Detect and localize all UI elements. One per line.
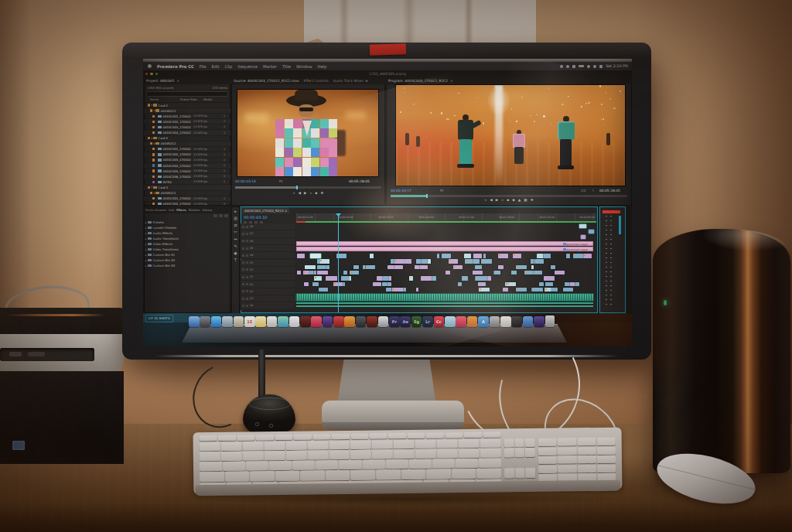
tab-timeline-sequence[interactable]: A003C003_170322_R2C2 ×	[242, 207, 289, 213]
track-visibility-icon[interactable]	[246, 226, 248, 228]
track-lock-icon[interactable]	[242, 290, 244, 292]
program-resolution-select[interactable]: 1/2	[581, 189, 585, 193]
browser-row[interactable]: ▸Video Effects	[144, 241, 230, 247]
project-row[interactable]: A004C006_17032223.976 fps3	[144, 174, 230, 179]
fx-badge[interactable]	[334, 283, 336, 285]
video-clip[interactable]	[551, 288, 558, 292]
video-clip[interactable]	[589, 230, 594, 234]
label-color-chip[interactable]	[152, 121, 155, 123]
menu-item-title[interactable]: Title	[282, 64, 291, 69]
menu-item-file[interactable]: File	[200, 64, 207, 69]
project-row[interactable]: ▾A005R2C2	[144, 191, 230, 196]
video-clip[interactable]	[570, 282, 575, 287]
mark-out-button[interactable]: ▪	[315, 192, 317, 196]
apple-menu-icon[interactable]	[148, 64, 152, 68]
hand-tool[interactable]: ◉	[234, 251, 237, 255]
project-row[interactable]: A003C001_17032223.976 fps1	[144, 114, 230, 119]
track-visibility-icon[interactable]	[246, 247, 248, 250]
project-row[interactable]: A005C001_17032223.976 fps1	[144, 196, 230, 202]
label-color-chip[interactable]	[152, 169, 155, 172]
track-header-v4[interactable]: V4	[241, 252, 295, 259]
track-header-v8[interactable]: V8	[241, 223, 295, 230]
tab-overflow-icon[interactable]: ▸	[367, 79, 368, 83]
fx-badge[interactable]	[584, 254, 585, 256]
fx-badge[interactable]	[304, 271, 306, 273]
column-frame-rate[interactable]: Frame Rate	[180, 97, 197, 101]
tab-history[interactable]: History	[202, 209, 212, 212]
premiere-pro-icon[interactable]: Pr	[389, 316, 400, 327]
browser-row[interactable]: ▸Audio Transitions	[144, 236, 230, 241]
video-clip[interactable]	[566, 254, 571, 258]
calendar-icon[interactable]: 15	[244, 316, 255, 327]
label-color-chip[interactable]	[152, 164, 155, 166]
quicktime-icon[interactable]	[378, 316, 389, 327]
razor-tool[interactable]: ✄	[234, 230, 237, 234]
finder-icon[interactable]	[189, 316, 200, 327]
track-lock-icon[interactable]	[242, 226, 244, 228]
video-clip[interactable]	[555, 271, 565, 275]
tab-audio-track-mixer[interactable]: Audio Track Mixer: A003C003_170322_R2C2	[331, 79, 367, 83]
sequence-button-lit-ig-shots[interactable]: LIT IG SHOTS	[145, 315, 173, 322]
browser-row[interactable]: ▸Custom Bin 03	[144, 263, 230, 268]
label-color-chip[interactable]	[152, 159, 155, 161]
track-visibility-icon[interactable]	[246, 268, 248, 271]
track-header-a1[interactable]: A1	[241, 281, 295, 288]
tab-source[interactable]: Source: A003C003_170322_R2C2.mov	[231, 79, 302, 83]
video-clip[interactable]	[309, 271, 312, 275]
video-clip[interactable]	[304, 282, 309, 287]
photos-icon[interactable]	[289, 316, 300, 327]
track-lock-icon[interactable]	[242, 268, 244, 271]
photo-booth-icon[interactable]	[300, 316, 311, 327]
project-row[interactable]: INTRO23.976 fps1	[144, 179, 230, 185]
column-media[interactable]: Media	[203, 97, 212, 101]
dvd-player-icon[interactable]	[311, 316, 322, 327]
track-visibility-icon[interactable]	[246, 305, 248, 307]
menu-app-name[interactable]: Premiere Pro CC	[157, 64, 194, 69]
wifi-icon[interactable]	[587, 65, 590, 68]
play-button[interactable]: ▶	[304, 192, 307, 196]
new-bin-icon[interactable]	[219, 214, 223, 217]
track-select-tool[interactable]: ▥	[234, 217, 237, 220]
track-lock-icon[interactable]	[242, 261, 244, 264]
timeline-timecode[interactable]: 00:00:43:10	[244, 215, 268, 220]
slip-tool[interactable]: ↭	[234, 237, 237, 241]
project-row[interactable]: A004C001_17032223.976 fps1	[144, 147, 230, 152]
track-visibility-icon[interactable]	[246, 298, 248, 300]
launchpad-icon[interactable]	[200, 316, 210, 327]
trash-icon[interactable]	[545, 315, 555, 327]
video-clip[interactable]	[317, 259, 319, 264]
label-color-chip[interactable]	[152, 115, 155, 118]
track-header-v2[interactable]: V2	[241, 267, 295, 274]
project-row[interactable]: ▾A004R2C2	[144, 142, 230, 147]
menu-item-edit[interactable]: Edit	[212, 64, 220, 69]
menu-clock[interactable]: Sat 2:19 PM	[606, 64, 628, 68]
project-row[interactable]: ▾A003R2C2	[144, 108, 230, 114]
track-lock-icon[interactable]	[242, 240, 244, 242]
mail-icon[interactable]	[222, 316, 233, 327]
project-row[interactable]: A005C002_17032223.976 fps2	[144, 202, 230, 206]
project-row[interactable]: A003C004_17032223.976 fps1	[144, 130, 230, 135]
notification-center-icon[interactable]	[599, 65, 603, 68]
meter-scrollbar[interactable]	[619, 216, 621, 234]
track-lock-icon[interactable]	[242, 233, 244, 235]
video-clip[interactable]	[317, 265, 326, 270]
track-visibility-icon[interactable]	[246, 290, 248, 292]
tab-markers[interactable]: Markers	[189, 209, 200, 212]
contacts-icon[interactable]	[234, 316, 244, 327]
track-visibility-icon[interactable]	[246, 254, 248, 257]
mark-in-button[interactable]: «	[293, 192, 295, 196]
track-header-v6[interactable]: V6	[241, 238, 295, 245]
track-lock-icon[interactable]	[242, 283, 244, 285]
tab-project[interactable]: Project: AW0305	[144, 79, 176, 83]
type-tool[interactable]: T	[234, 258, 237, 262]
browser-row[interactable]: ▸Video Transitions	[144, 247, 230, 252]
source-playhead-thumb[interactable]	[296, 186, 298, 189]
track-visibility-icon[interactable]	[246, 233, 248, 235]
label-color-chip[interactable]	[152, 203, 155, 205]
track-visibility-icon[interactable]	[246, 240, 248, 242]
project-row[interactable]: ▾Card 2	[144, 103, 230, 108]
video-clip[interactable]	[373, 282, 381, 287]
video-clip[interactable]	[312, 282, 319, 287]
imovie-icon[interactable]	[323, 316, 333, 327]
track-lock-icon[interactable]	[242, 247, 244, 250]
